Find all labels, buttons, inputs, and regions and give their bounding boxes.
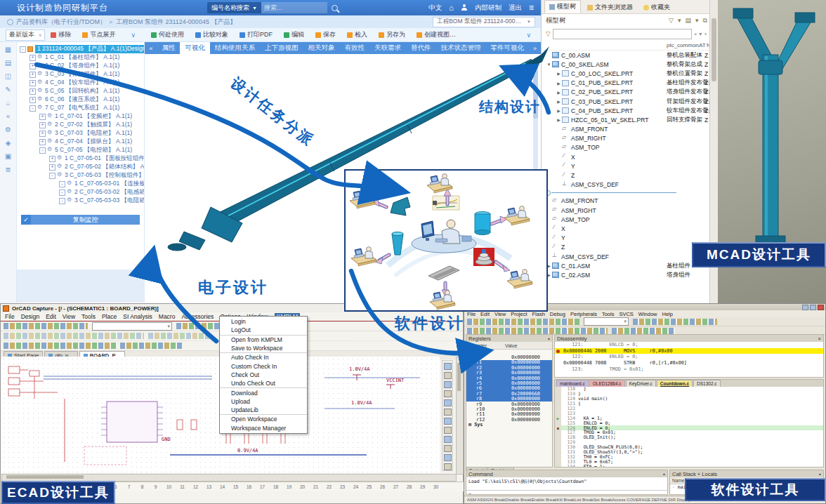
- expand-toggle-icon[interactable]: +: [39, 139, 46, 145]
- clear-icon[interactable]: ×: [694, 31, 697, 37]
- chevron-down-icon[interactable]: ∨: [526, 32, 531, 39]
- tree-node[interactable]: + 1 C_01 【基柱组件】 A.1(1): [17, 53, 144, 62]
- menu-item[interactable]: Tools: [81, 313, 96, 320]
- model-tree-node[interactable]: X: [542, 224, 716, 233]
- expand-arrow-icon[interactable]: ▶: [556, 81, 562, 86]
- expand-toggle-icon[interactable]: +: [29, 72, 36, 78]
- rail-icon[interactable]: ≣: [5, 166, 11, 173]
- column-header[interactable]: AT: [699, 42, 707, 48]
- expand-toggle-icon[interactable]: -: [49, 173, 55, 179]
- dropdown-menu-item[interactable]: UpdateLib: [220, 406, 307, 414]
- toolbar-button[interactable]: 保存: [310, 30, 341, 39]
- editor-tab[interactable]: KeyDriver.c: [626, 380, 656, 387]
- dropdown-menu-item[interactable]: Login: [220, 317, 307, 326]
- expand-toggle-icon[interactable]: -: [59, 190, 65, 196]
- menu-item[interactable]: Tools: [602, 311, 615, 317]
- mcad-tab[interactable]: 模型树: [544, 0, 581, 13]
- menu-item[interactable]: Peripherals: [570, 311, 597, 317]
- model-tree-node[interactable]: ▶ C_01_PUB_SKEL.PRT 基柱组件发布骨架 Z: [542, 79, 726, 88]
- filter-input[interactable]: [553, 29, 692, 39]
- model-tree-node[interactable]: ASM_TOP: [542, 143, 726, 152]
- rail-icon[interactable]: ▦: [5, 46, 11, 53]
- model-tree-node[interactable]: C_00.ASM 整机总装配体 Z: [542, 51, 716, 60]
- expand-toggle-icon[interactable]: -: [59, 198, 65, 204]
- menu-item[interactable]: SI Analysis: [123, 313, 152, 320]
- tree-node[interactable]: + 1 C_07-01 【变频柜】 A.1(1): [17, 112, 144, 121]
- model-tree-node[interactable]: ASM_RIGHT: [542, 134, 726, 143]
- toolbar-button[interactable]: 节点展开: [77, 30, 121, 39]
- toolbar-button[interactable]: 何处使用: [145, 30, 190, 39]
- expand-arrow-icon[interactable]: ▼: [546, 62, 552, 67]
- tree-node[interactable]: + 6 C_06 【液压系统】 A.1(1): [17, 95, 144, 104]
- expand-toggle-icon[interactable]: +: [29, 97, 36, 103]
- menu-item[interactable]: SVCS: [619, 311, 633, 317]
- tree-node[interactable]: - 3 C_07-05-03-03 【电阻箱】 A.1(18): [17, 197, 144, 205]
- menu-item[interactable]: Design: [21, 313, 39, 320]
- rail-icon[interactable]: ⌂: [6, 100, 10, 107]
- model-tree-node[interactable]: ▶ C_03_PUB_SKEL.PRT 臂架组件发布骨架 Z: [542, 97, 726, 106]
- model-tree-node[interactable]: ASM_TOP: [542, 215, 716, 224]
- menu-icon[interactable]: ≡: [529, 3, 534, 13]
- toolbar-button[interactable]: 打印PDF: [234, 30, 278, 39]
- search-input[interactable]: [261, 2, 327, 13]
- user-icon[interactable]: [461, 4, 468, 11]
- expand-toggle-icon[interactable]: +: [49, 156, 55, 162]
- command-input-line[interactable]: >: [466, 490, 667, 495]
- pin-icon[interactable]: ▪: [819, 471, 821, 477]
- editor-tab[interactable]: DS1302.c: [693, 380, 721, 387]
- model-tree-node[interactable]: Z: [542, 243, 716, 252]
- expand-arrow-icon[interactable]: ▶: [556, 71, 562, 76]
- expand-arrow-icon[interactable]: ▶: [556, 117, 562, 122]
- expand-toggle-icon[interactable]: -: [39, 147, 46, 154]
- code-lines[interactable]: 118 } 119 } 120 void main(): [555, 387, 823, 467]
- menu-item[interactable]: Window: [638, 311, 657, 317]
- plm-tab[interactable]: 技术状态管理: [435, 42, 485, 54]
- tool-icon[interactable]: ▽: [669, 17, 674, 25]
- toolbar-button[interactable]: 检入: [341, 30, 373, 39]
- tool-icon[interactable]: ▾: [695, 17, 699, 25]
- mcad-tab[interactable]: 文件夹浏览器: [583, 1, 637, 13]
- dropdown-menu-item[interactable]: Download: [220, 387, 307, 397]
- vertical-scrollbar[interactable]: [456, 357, 464, 475]
- tree-node[interactable]: + 4 C_04 【铰车组件】 A.1(1): [17, 79, 144, 87]
- dropdown-menu-item[interactable]: Upload: [220, 397, 307, 406]
- chevron-down-icon[interactable]: ▾: [699, 31, 702, 37]
- tabs-scroll-right-icon[interactable]: »: [529, 42, 541, 54]
- toolbar-button[interactable]: 编辑: [278, 30, 310, 39]
- rail-icon[interactable]: ⚙: [5, 126, 11, 133]
- expand-toggle-icon[interactable]: +: [29, 88, 36, 95]
- model-tree-node[interactable]: Y: [542, 234, 716, 243]
- rail-icon[interactable]: ◈: [6, 140, 11, 147]
- model-tree-node[interactable]: Y: [542, 161, 726, 171]
- toolbar-button[interactable]: 创建视图…: [411, 30, 461, 39]
- monitor-button[interactable]: 复制监控: [31, 215, 140, 225]
- model-tree-node[interactable]: Z: [542, 171, 726, 180]
- column-header[interactable]: Value: [505, 343, 552, 348]
- tree-node[interactable]: - 7 C_07 【电气系统】 A.1(1): [17, 104, 144, 112]
- menu-item[interactable]: Edit: [46, 313, 56, 320]
- tree-node[interactable]: - 2 C_07-05-03-02 【电感箱】 A.1(10): [17, 188, 144, 197]
- model-tree-node[interactable]: ASM_FRONT: [542, 197, 716, 206]
- version-select[interactable]: 最新版本∨: [6, 29, 45, 41]
- model-tree-node[interactable]: X: [542, 152, 726, 161]
- tool-icon[interactable]: ⧉: [703, 17, 707, 25]
- context-select[interactable]: 工程BOM 泵组件 231124-000…▼: [433, 17, 535, 27]
- window-controls[interactable]: [802, 305, 824, 310]
- pin-icon[interactable]: ▪: [663, 471, 665, 477]
- tabs-scroll-left-icon[interactable]: «: [145, 42, 157, 54]
- expand-toggle-icon[interactable]: -: [20, 46, 26, 53]
- column-header[interactable]: ptc_common_nam: [667, 42, 699, 48]
- close-icon[interactable]: ×: [818, 336, 821, 342]
- expand-toggle-icon[interactable]: +: [39, 122, 46, 128]
- tree-node[interactable]: + 3 C_03 【臂架组件】 A.1(1): [17, 70, 144, 79]
- menu-item[interactable]: View: [63, 313, 75, 320]
- value-combo[interactable]: ▾: [92, 322, 172, 331]
- plm-tab[interactable]: 零件可视化: [485, 42, 529, 54]
- chevron-down-icon[interactable]: ∨: [131, 32, 136, 39]
- plm-tab[interactable]: 相关对象: [303, 42, 339, 54]
- tree-toolbar-icons[interactable]: ▽▾▤▾⧉: [669, 17, 707, 25]
- target-combo[interactable]: ▾: [584, 317, 629, 326]
- insert-indicator[interactable]: [542, 190, 712, 197]
- expand-toggle-icon[interactable]: +: [39, 131, 46, 137]
- menu-item[interactable]: Accessories: [181, 313, 214, 320]
